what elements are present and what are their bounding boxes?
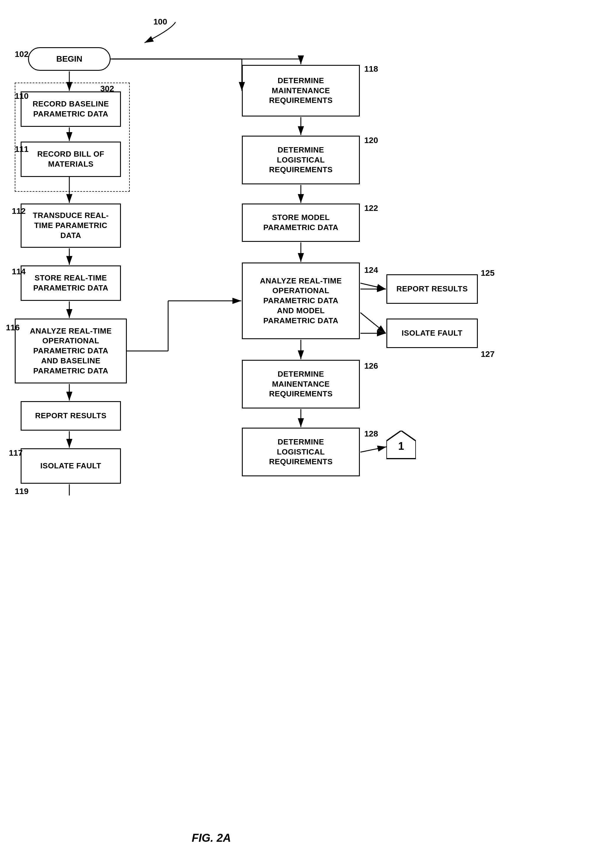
ref-120: 120 — [364, 136, 378, 145]
ref-100: 100 — [153, 17, 167, 26]
ref-127: 127 — [481, 349, 495, 359]
node-117: ISOLATE FAULT — [21, 448, 121, 484]
ref-110: 110 — [15, 91, 29, 101]
ref-122: 122 — [364, 203, 378, 213]
svg-text:1: 1 — [398, 440, 404, 452]
ref-128: 128 — [364, 429, 378, 439]
figure-label: FIG. 2A — [192, 832, 231, 845]
begin-node: BEGIN — [28, 47, 111, 71]
diagram: 100 BEGIN 102 302 RECORD BASELINEPARAMET… — [0, 0, 607, 868]
node-112: TRANSDUCE REAL-TIME PARAMETRICDATA — [21, 203, 121, 248]
ref-126: 126 — [364, 361, 378, 371]
node-114: STORE REAL-TIMEPARAMETRIC DATA — [21, 265, 121, 301]
ref-102: 102 — [15, 50, 29, 59]
ref-118: 118 — [364, 64, 378, 74]
ref-114: 114 — [12, 267, 26, 276]
report-results-right: REPORT RESULTS — [386, 274, 478, 304]
svg-line-23 — [361, 447, 386, 452]
ref-116: 116 — [6, 323, 20, 332]
ref-124: 124 — [364, 265, 378, 275]
node-110: RECORD BASELINEPARAMETRIC DATA — [21, 91, 121, 127]
ref-117: 117 — [9, 448, 23, 458]
node-111: RECORD BILL OFMATERIALS — [21, 141, 121, 177]
connector-1: 1 — [386, 431, 416, 463]
node-116: ANALYZE REAL-TIMEOPERATIONALPARAMETRIC D… — [15, 319, 127, 383]
node-124: ANALYZE REAL-TIMEOPERATIONALPARAMETRIC D… — [242, 262, 360, 339]
node-122: STORE MODELPARAMETRIC DATA — [242, 203, 360, 242]
report-results-left: REPORT RESULTS — [21, 401, 121, 431]
ref-125: 125 — [481, 268, 495, 278]
node-120: DETERMINELOGISTICALREQUIREMENTS — [242, 136, 360, 184]
ref-111: 111 — [15, 144, 29, 154]
isolate-fault-right: ISOLATE FAULT — [386, 319, 478, 348]
ref-119: 119 — [15, 487, 29, 496]
node-126: DETERMINEMAINENTANCEREQUIREMENTS — [242, 360, 360, 409]
svg-line-20 — [361, 313, 386, 333]
ref-112: 112 — [12, 206, 26, 216]
node-118: DETERMINEMAINTENANCEREQUIREMENTS — [242, 65, 360, 116]
node-128: DETERMINELOGISTICALREQUIREMENTS — [242, 428, 360, 476]
svg-line-19 — [361, 283, 386, 289]
